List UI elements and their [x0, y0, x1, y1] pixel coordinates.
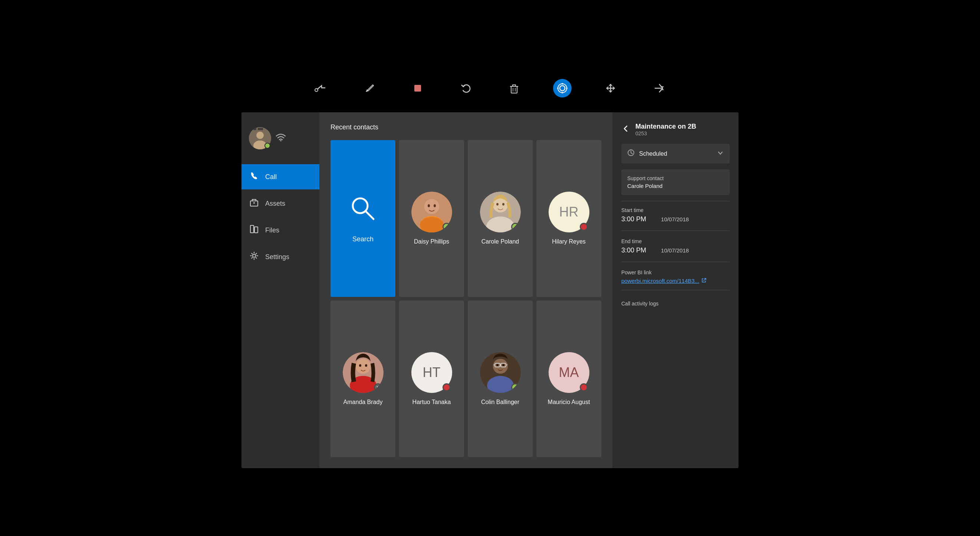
times-section: Start time 3:00 PM 10/07/2018 End time 3…	[612, 207, 738, 284]
svg-rect-20	[255, 227, 258, 233]
end-time-label: End time	[621, 238, 730, 244]
carole-name: Carole Poland	[482, 238, 519, 245]
svg-point-35	[496, 203, 498, 206]
pin-icon[interactable]	[649, 79, 668, 97]
call-icon	[249, 171, 259, 183]
colin-name: Colin Ballinger	[481, 399, 519, 406]
panel-title: Maintenance on 2B	[635, 123, 696, 130]
hilary-avatar: HR	[549, 192, 589, 232]
daisy-status	[442, 223, 451, 231]
colin-status	[511, 383, 519, 392]
svg-point-47	[496, 364, 498, 366]
svg-point-36	[502, 203, 504, 206]
mauricio-name: Mauricio August	[548, 399, 590, 406]
avatar	[249, 127, 271, 149]
undo-icon[interactable]	[457, 79, 475, 97]
svg-rect-14	[253, 127, 256, 130]
assets-label: Assets	[265, 200, 285, 208]
divider-4	[621, 290, 730, 290]
back-connect-icon[interactable]	[312, 79, 331, 97]
end-time-row: End time 3:00 PM 10/07/2018	[621, 238, 730, 254]
start-time-value: 3:00 PM	[621, 216, 646, 223]
contact-tile-amanda[interactable]: × Amanda Brady	[331, 301, 395, 457]
end-date-value: 10/07/2018	[661, 247, 689, 254]
main-content: Recent contacts Search	[319, 112, 612, 468]
sidebar-item-call[interactable]: Call	[242, 164, 319, 189]
mauricio-avatar: MA	[549, 352, 589, 393]
settings-ring-icon[interactable]	[553, 79, 572, 97]
mauricio-status	[580, 383, 588, 392]
back-button[interactable]	[621, 124, 630, 135]
panel-header: Maintenance on 2B 0253	[612, 112, 738, 144]
search-tile[interactable]: Search	[331, 140, 395, 297]
power-bi-label: Power BI link	[621, 270, 730, 276]
delete-icon[interactable]	[505, 79, 523, 97]
edit-icon[interactable]	[360, 79, 379, 97]
amanda-name: Amanda Brady	[344, 399, 383, 406]
power-bi-section: Power BI link powerbi.microsoft.com/114B…	[621, 270, 730, 284]
svg-point-4	[558, 84, 567, 93]
external-link-icon	[702, 278, 706, 284]
svg-point-0	[315, 89, 318, 92]
carole-status	[511, 223, 519, 231]
section-title: Recent contacts	[331, 124, 601, 131]
contact-tile-hilary[interactable]: HR Hilary Reyes	[536, 140, 601, 297]
clock-icon	[627, 149, 635, 158]
call-activity-label: Call activity logs	[612, 296, 738, 311]
power-bi-link[interactable]: powerbi.microsoft.com/114B3...	[621, 278, 730, 284]
daisy-name: Daisy Phillips	[414, 238, 449, 245]
svg-point-42	[365, 364, 367, 366]
sidebar-item-files[interactable]: Files	[242, 217, 319, 243]
svg-point-40	[356, 359, 371, 374]
status-dropdown[interactable]: Scheduled	[621, 144, 730, 163]
daisy-avatar	[411, 192, 452, 232]
carole-avatar	[480, 192, 521, 232]
svg-point-29	[434, 204, 436, 207]
stop-icon[interactable]	[408, 79, 427, 97]
sidebar-item-settings[interactable]: Settings	[242, 244, 319, 270]
hilary-name: Hilary Reyes	[552, 238, 586, 245]
files-icon	[249, 224, 259, 236]
settings-label: Settings	[265, 253, 290, 261]
contact-tile-mauricio[interactable]: MA Mauricio August	[536, 301, 601, 457]
svg-point-41	[359, 364, 361, 366]
sidebar: Call Assets	[242, 112, 319, 468]
support-contact-label: Support contact	[627, 175, 724, 181]
search-icon-large	[348, 194, 378, 230]
svg-point-3	[560, 86, 565, 91]
hartuo-avatar: HT	[411, 352, 452, 393]
settings-icon	[249, 251, 259, 263]
sidebar-nav: Call Assets	[242, 164, 319, 270]
svg-rect-19	[250, 225, 254, 233]
panel-title-area: Maintenance on 2B 0253	[635, 123, 696, 136]
colin-avatar	[480, 352, 521, 393]
support-contact-value: Carole Poland	[627, 183, 724, 189]
contact-tile-carole[interactable]: Carole Poland	[468, 140, 533, 297]
user-status-dot	[264, 143, 270, 149]
hartuo-name: Hartuo Tanaka	[412, 399, 451, 406]
svg-rect-18	[253, 202, 255, 203]
amanda-avatar: ×	[343, 352, 383, 393]
power-bi-url: powerbi.microsoft.com/114B3...	[621, 278, 699, 284]
support-contact-card: Support contact Carole Poland	[621, 170, 730, 195]
svg-point-6	[562, 92, 563, 94]
hilary-status	[580, 223, 588, 231]
hilary-initials: HR	[559, 204, 579, 220]
status-label: Scheduled	[639, 151, 713, 157]
sidebar-item-assets[interactable]: Assets	[242, 191, 319, 216]
search-label: Search	[352, 235, 374, 243]
svg-rect-1	[414, 85, 421, 92]
end-time-value: 3:00 PM	[621, 246, 646, 254]
svg-point-21	[253, 254, 256, 257]
divider-3	[621, 262, 730, 262]
contact-tile-daisy[interactable]: Daisy Phillips	[399, 140, 464, 297]
panel-body: Scheduled Support contact Carole Poland	[612, 144, 738, 195]
contact-tile-colin[interactable]: Colin Ballinger	[468, 301, 533, 457]
svg-rect-15	[258, 128, 263, 130]
svg-point-8	[566, 87, 568, 89]
toolbar	[0, 68, 980, 109]
panel-subtitle: 0253	[635, 130, 696, 136]
contact-tile-hartuo[interactable]: HT Hartuo Tanaka	[399, 301, 464, 457]
move-icon[interactable]	[601, 79, 620, 97]
svg-point-12	[256, 132, 264, 139]
